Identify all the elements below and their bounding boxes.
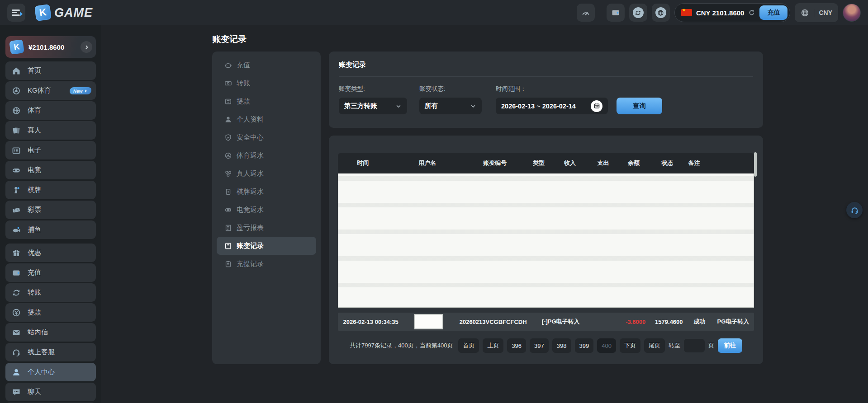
sidebar-item[interactable]: 提款 <box>5 303 96 322</box>
submenu-item-label: 转账 <box>237 79 250 88</box>
sidebar-item[interactable]: 捕鱼 <box>5 220 96 239</box>
filter-daterange-label: 时间范围： <box>496 85 617 93</box>
search-button[interactable]: 查询 <box>617 98 662 114</box>
sidebar-item[interactable]: 电子 <box>5 141 96 159</box>
submenu-item[interactable]: 充提记录 <box>217 255 316 273</box>
submenu-item[interactable]: 账变记录 <box>217 237 316 255</box>
sidebar-item[interactable]: 充值 <box>5 263 96 282</box>
row-type: [-]PG电子转入 <box>533 318 589 326</box>
sidebar-balance-card[interactable]: K ¥2101.8600 <box>5 36 96 58</box>
slot-icon <box>12 146 21 155</box>
sidebar-nav-account: 优惠 充值 转账 提款 站内信 <box>5 244 96 403</box>
submenu-item-label: 电竞返水 <box>237 206 264 214</box>
submenu-item[interactable]: 电竞返水 <box>217 201 316 219</box>
page-button[interactable]: 下页 <box>620 338 640 353</box>
person-icon <box>12 368 21 377</box>
goto-label: 转至 <box>669 342 680 350</box>
logo-k-tile: K <box>9 39 24 55</box>
globe-icon <box>655 7 666 18</box>
submenu-item[interactable]: 安全中心 <box>217 128 316 146</box>
submenu-item[interactable]: 转账 <box>217 74 316 92</box>
tool-button[interactable] <box>629 4 647 22</box>
gamepad-icon <box>12 166 21 175</box>
fish-icon <box>12 225 21 234</box>
table-scrollbar-thumb[interactable] <box>754 152 757 177</box>
soccer-icon <box>12 86 21 95</box>
sidebar-item-label: 电竞 <box>28 166 41 174</box>
row-remark: PG电子转入 <box>712 318 754 326</box>
sidebar-item-label: 彩票 <box>28 206 41 214</box>
page-button[interactable]: 399 <box>575 338 594 353</box>
sidebar-item[interactable]: 首页 <box>5 61 96 80</box>
sidebar-item-label: 充值 <box>28 268 41 277</box>
cards-icon <box>12 126 21 135</box>
page-button[interactable]: 首页 <box>458 338 479 353</box>
account-submenu: 充值 转账 提款 个人资料 安全 <box>212 52 321 364</box>
submenu-item[interactable]: 充值 <box>217 56 316 74</box>
submenu-item[interactable]: 真人返水 <box>217 164 316 183</box>
language-currency-switch[interactable]: CNY <box>795 3 838 22</box>
submenu-item[interactable]: 提款 <box>217 92 316 110</box>
submenu-item[interactable]: 体育返水 <box>217 146 316 164</box>
page-button[interactable]: 398 <box>552 338 571 353</box>
go-button[interactable]: 前往 <box>718 338 742 353</box>
status-select[interactable]: 所有 <box>419 98 482 114</box>
sidebar-item[interactable]: 优惠 <box>5 244 96 262</box>
headset-icon <box>850 206 859 215</box>
withdraw-icon <box>12 308 21 317</box>
sidebar-item[interactable]: 转账 <box>5 283 96 302</box>
balance-pill[interactable]: CNY 2101.8600 充值 <box>674 3 790 22</box>
submenu-item[interactable]: 盈亏报表 <box>217 219 316 237</box>
tool-button[interactable] <box>607 4 625 22</box>
sidebar-item[interactable]: 棋牌 <box>5 181 96 199</box>
submenu-item-label: 棋牌返水 <box>237 187 264 196</box>
page-button[interactable]: 397 <box>530 338 549 353</box>
logo-k-tile: K <box>34 4 52 21</box>
sidebar-item[interactable]: 线上客服 <box>5 343 96 361</box>
page-button[interactable]: 396 <box>507 338 526 353</box>
submenu-item-label: 盈亏报表 <box>237 224 264 232</box>
page-button[interactable]: 尾页 <box>644 338 665 353</box>
table-header-row: 时间 用户名 账变编号 类型 <box>338 153 754 173</box>
user-avatar[interactable] <box>843 4 861 22</box>
tool-button[interactable] <box>652 4 670 22</box>
daterange-picker[interactable]: 2026-02-13 ~ 2026-02-14 <box>496 98 608 114</box>
table-header-cell: 余额 <box>621 159 647 167</box>
sidebar-item[interactable]: 个人中心 <box>5 363 96 381</box>
pagination-buttons: 首页 上页 396 397 <box>458 338 665 353</box>
sidebar-item-label: 个人中心 <box>28 368 55 376</box>
tool-button[interactable] <box>577 4 595 22</box>
sidebar-item[interactable]: KG体育 New ✦ <box>5 81 96 100</box>
menu-toggle-button[interactable] <box>7 4 25 22</box>
row-balance: 1579.4600 <box>651 319 687 325</box>
submenu-item-label: 安全中心 <box>237 133 264 142</box>
sidebar-item-label: 线上客服 <box>28 348 55 356</box>
app-logo[interactable]: K GAME <box>35 5 93 20</box>
goto-page-input[interactable] <box>684 339 705 352</box>
poker-icon <box>224 188 232 196</box>
filter-daterange-field: 时间范围： 2026-02-13 ~ 2026-02-14 <box>496 85 617 114</box>
sidebar-item[interactable]: 彩票 <box>5 201 96 219</box>
balance-detail-button[interactable] <box>81 41 92 53</box>
sidebar-item-label: 电子 <box>28 146 41 155</box>
status-select-value: 所有 <box>425 102 438 110</box>
row-expense: -3.6000 <box>620 319 651 325</box>
sidebar-item-label: 棋牌 <box>28 186 41 194</box>
sidebar-item[interactable]: 聊天 <box>5 383 96 401</box>
deposit-button[interactable]: 充值 <box>759 5 787 20</box>
sidebar-item-label: 聊天 <box>28 388 41 396</box>
refresh-balance-icon[interactable] <box>748 9 755 16</box>
submenu-item[interactable]: 个人资料 <box>217 110 316 128</box>
sidebar-item-label: KG体育 <box>28 86 51 95</box>
submenu-item[interactable]: 棋牌返水 <box>217 183 316 201</box>
page-button[interactable]: 400 <box>597 338 616 353</box>
sidebar-item[interactable]: 电竞 <box>5 161 96 179</box>
type-select[interactable]: 第三方转账 <box>339 98 407 114</box>
table-header-cell: 备注 <box>688 159 700 167</box>
ticket-icon <box>12 206 21 215</box>
sidebar-item[interactable]: 站内信 <box>5 323 96 342</box>
page-button[interactable]: 上页 <box>483 338 503 353</box>
sidebar-item[interactable]: 真人 <box>5 121 96 140</box>
sidebar-item[interactable]: 体育 <box>5 101 96 120</box>
customer-support-button[interactable] <box>846 202 863 218</box>
